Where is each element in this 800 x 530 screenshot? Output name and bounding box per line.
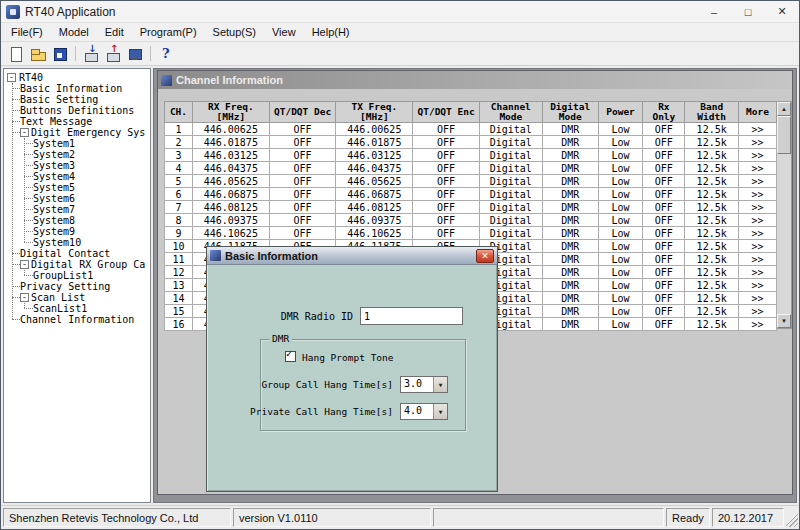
tree-expander-icon[interactable]: - — [7, 73, 16, 82]
dropdown-arrow-icon[interactable]: ▼ — [433, 404, 447, 419]
toolbar-open-folder-button[interactable] — [27, 44, 49, 64]
grid-cell[interactable]: 12.5k — [685, 253, 739, 266]
grid-cell[interactable]: Digital — [479, 201, 542, 214]
channel-number-cell[interactable]: 9 — [165, 227, 193, 240]
dialog-close-button[interactable]: ✕ — [476, 249, 494, 263]
grid-cell[interactable]: DMR — [542, 214, 598, 227]
toolbar-new-file-button[interactable] — [5, 44, 27, 64]
channel-number-cell[interactable]: 11 — [165, 253, 193, 266]
grid-cell[interactable]: Digital — [479, 227, 542, 240]
tree-item-text-message[interactable]: Text Message — [4, 116, 150, 127]
grid-cell[interactable]: 446.03125 — [336, 149, 413, 162]
grid-cell[interactable]: 12.5k — [685, 123, 739, 136]
tree-item-digital-rx-group-ca[interactable]: -Digital RX Group Ca — [4, 259, 150, 270]
grid-cell[interactable]: DMR — [542, 279, 598, 292]
tree-item-grouplist1[interactable]: GroupList1 — [4, 270, 150, 281]
grid-cell[interactable]: 446.09375 — [336, 214, 413, 227]
grid-cell[interactable]: 12.5k — [685, 188, 739, 201]
grid-cell[interactable]: OFF — [269, 175, 336, 188]
grid-cell[interactable]: Digital — [479, 175, 542, 188]
grid-cell[interactable]: OFF — [413, 201, 480, 214]
channel-number-cell[interactable]: 7 — [165, 201, 193, 214]
grid-cell[interactable]: Digital — [479, 162, 542, 175]
tree-item-system10[interactable]: System10 — [4, 237, 150, 248]
grid-cell[interactable]: DMR — [542, 240, 598, 253]
grid-cell[interactable]: 446.09375 — [192, 214, 269, 227]
private-call-hang-time-select[interactable]: 4.0 ▼ — [400, 403, 448, 420]
tree-item-basic-setting[interactable]: Basic Setting — [4, 94, 150, 105]
resize-grip[interactable] — [786, 508, 798, 527]
grid-cell[interactable]: OFF — [413, 227, 480, 240]
grid-cell[interactable]: DMR — [542, 201, 598, 214]
grid-cell[interactable]: 12.5k — [685, 149, 739, 162]
grid-cell[interactable]: OFF — [643, 123, 685, 136]
menu-item-edit[interactable]: Edit — [97, 23, 132, 41]
more-cell[interactable]: >> — [739, 318, 777, 331]
grid-cell[interactable]: OFF — [643, 253, 685, 266]
grid-cell[interactable]: DMR — [542, 266, 598, 279]
tree-item-system8[interactable]: System8 — [4, 215, 150, 226]
menu-item-model[interactable]: Model — [51, 23, 97, 41]
more-cell[interactable]: >> — [739, 279, 777, 292]
grid-cell[interactable]: 446.00625 — [192, 123, 269, 136]
channel-number-cell[interactable]: 14 — [165, 292, 193, 305]
grid-cell[interactable]: 446.10625 — [192, 227, 269, 240]
channel-number-cell[interactable]: 13 — [165, 279, 193, 292]
maximize-button[interactable]: □ — [731, 1, 765, 22]
grid-cell[interactable]: 446.01875 — [192, 136, 269, 149]
grid-cell[interactable]: 446.06875 — [192, 188, 269, 201]
group-call-hang-time-select[interactable]: 3.0 ▼ — [400, 376, 448, 393]
more-cell[interactable]: >> — [739, 123, 777, 136]
grid-cell[interactable]: DMR — [542, 123, 598, 136]
grid-cell[interactable]: Digital — [479, 149, 542, 162]
grid-cell[interactable]: OFF — [269, 149, 336, 162]
tree-item-system1[interactable]: System1 — [4, 138, 150, 149]
tree-item-digit-emergency-sys[interactable]: -Digit Emergency Sys — [4, 127, 150, 138]
grid-cell[interactable]: 12.5k — [685, 201, 739, 214]
grid-cell[interactable]: OFF — [643, 227, 685, 240]
menu-item-help-h[interactable]: Help(H) — [304, 23, 358, 41]
grid-cell[interactable]: DMR — [542, 292, 598, 305]
more-cell[interactable]: >> — [739, 201, 777, 214]
grid-cell[interactable]: OFF — [643, 318, 685, 331]
grid-cell[interactable]: OFF — [643, 214, 685, 227]
grid-cell[interactable]: 446.01875 — [336, 136, 413, 149]
menu-item-view[interactable]: View — [264, 23, 304, 41]
grid-cell[interactable]: DMR — [542, 149, 598, 162]
grid-cell[interactable]: Low — [598, 240, 643, 253]
grid-cell[interactable]: OFF — [643, 136, 685, 149]
more-cell[interactable]: >> — [739, 227, 777, 240]
grid-cell[interactable]: DMR — [542, 175, 598, 188]
scrollbar-track[interactable] — [777, 116, 791, 314]
grid-cell[interactable]: 12.5k — [685, 175, 739, 188]
grid-cell[interactable]: OFF — [643, 188, 685, 201]
grid-cell[interactable]: Low — [598, 253, 643, 266]
scroll-up-button[interactable]: ▲ — [777, 102, 791, 116]
channel-number-cell[interactable]: 16 — [165, 318, 193, 331]
tree-expander-icon[interactable]: - — [20, 293, 29, 302]
tree-item-system9[interactable]: System9 — [4, 226, 150, 237]
tree-expander-icon[interactable]: - — [20, 128, 29, 137]
grid-cell[interactable]: OFF — [643, 266, 685, 279]
grid-cell[interactable]: 12.5k — [685, 214, 739, 227]
channel-number-cell[interactable]: 3 — [165, 149, 193, 162]
tree-expander-icon[interactable]: - — [20, 260, 29, 269]
tree-item-system7[interactable]: System7 — [4, 204, 150, 215]
grid-cell[interactable]: 12.5k — [685, 279, 739, 292]
grid-cell[interactable]: Low — [598, 292, 643, 305]
grid-cell[interactable]: OFF — [643, 305, 685, 318]
grid-cell[interactable]: OFF — [413, 214, 480, 227]
grid-cell[interactable]: DMR — [542, 253, 598, 266]
tree-item-system6[interactable]: System6 — [4, 193, 150, 204]
more-cell[interactable]: >> — [739, 305, 777, 318]
channel-number-cell[interactable]: 1 — [165, 123, 193, 136]
grid-cell[interactable]: 446.08125 — [336, 201, 413, 214]
grid-cell[interactable]: OFF — [413, 149, 480, 162]
grid-cell[interactable]: 446.06875 — [336, 188, 413, 201]
grid-cell[interactable]: OFF — [643, 292, 685, 305]
scroll-down-button[interactable]: ▼ — [777, 314, 791, 328]
more-cell[interactable]: >> — [739, 149, 777, 162]
menu-item-setup-s[interactable]: Setup(S) — [205, 23, 264, 41]
grid-cell[interactable]: 446.05625 — [192, 175, 269, 188]
grid-cell[interactable]: 446.00625 — [336, 123, 413, 136]
